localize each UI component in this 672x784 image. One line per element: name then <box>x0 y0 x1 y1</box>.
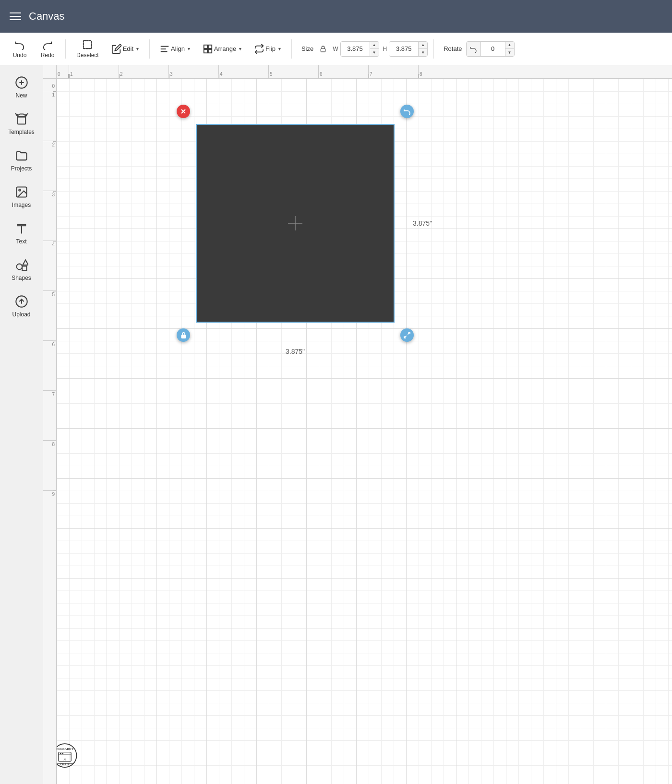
toolbar-separator-4 <box>433 39 434 59</box>
size-section: Size W ▲ ▼ H ▲ ▼ <box>301 41 428 57</box>
upload-icon <box>15 295 28 308</box>
redo-button[interactable]: Redo <box>36 36 60 61</box>
align-arrow-icon: ▼ <box>187 47 191 51</box>
edit-arrow-icon: ▼ <box>135 47 140 51</box>
svg-point-14 <box>19 189 21 191</box>
hamburger-menu-button[interactable] <box>10 12 21 20</box>
rotate-handle[interactable] <box>400 105 414 118</box>
rotate-label: Rotate <box>444 45 462 52</box>
svg-rect-7 <box>208 49 212 52</box>
width-dimension-label: 3.875" <box>286 348 305 355</box>
width-input[interactable] <box>341 42 370 56</box>
height-dimension-label: 3.875" <box>413 219 432 227</box>
sidebar-item-upload-label: Upload <box>12 311 30 318</box>
ruler-v-mark-9: 9 <box>52 492 55 497</box>
ruler-v-mark-1: 1 <box>52 92 55 97</box>
tshirt-icon <box>15 112 28 126</box>
undo-label: Undo <box>13 52 27 59</box>
ruler-corner <box>43 65 57 79</box>
ruler-top: 0 1 2 3 4 <box>57 65 672 79</box>
height-spinners: ▲ ▼ <box>418 42 427 56</box>
rotate-input[interactable] <box>481 42 505 56</box>
svg-rect-26 <box>181 335 186 338</box>
width-decrement-button[interactable]: ▼ <box>370 49 379 56</box>
resize-handle[interactable] <box>400 328 414 342</box>
width-field-group: W ▲ ▼ <box>333 41 379 57</box>
sidebar-item-shapes[interactable]: Shapes <box>2 253 41 287</box>
ruler-mark-2: 2 <box>120 72 123 77</box>
svg-text:CHAIR: CHAIR <box>60 763 70 766</box>
height-input[interactable] <box>389 42 418 56</box>
height-decrement-button[interactable]: ▼ <box>419 49 427 56</box>
svg-text:AI: AI <box>63 758 66 761</box>
resize-icon <box>403 331 411 339</box>
sidebar-item-new[interactable]: New <box>2 70 41 105</box>
align-button[interactable]: Align ▼ <box>156 41 195 57</box>
ruler-v-mark-3: 3 <box>52 192 55 197</box>
sidebar-item-images[interactable]: Images <box>2 180 41 214</box>
width-label: W <box>333 46 338 52</box>
rotate-icon <box>403 108 411 115</box>
height-input-wrap: ▲ ▼ <box>389 41 428 57</box>
delete-handle[interactable] <box>177 105 190 118</box>
edit-label: Edit <box>123 45 133 52</box>
arrange-button[interactable]: Arrange ▼ <box>199 41 246 57</box>
svg-rect-19 <box>22 266 26 270</box>
app-title: Canvas <box>29 10 65 23</box>
ruler-mark-3: 3 <box>170 72 173 77</box>
ruler-mark-4: 4 <box>220 72 223 77</box>
height-field-group: H ▲ ▼ <box>383 41 428 57</box>
sidebar-item-projects-label: Projects <box>11 165 32 172</box>
rotate-increment-button[interactable]: ▲ <box>505 42 514 49</box>
redo-label: Redo <box>41 52 55 59</box>
ruler-mark-8: 8 <box>420 72 422 77</box>
sidebar-item-images-label: Images <box>12 202 31 208</box>
lock-handle[interactable] <box>177 328 190 342</box>
sidebar: New Templates Projects Images <box>0 65 43 784</box>
toolbar-separator-3 <box>291 39 292 59</box>
width-increment-button[interactable]: ▲ <box>370 42 379 49</box>
sidebar-item-projects[interactable]: Projects <box>2 143 41 178</box>
crosshair-icon <box>286 214 305 233</box>
undo-button[interactable]: Undo <box>8 36 32 61</box>
main-body: New Templates Projects Images <box>0 65 672 784</box>
app-header: Canvas <box>0 0 672 33</box>
svg-point-34 <box>60 753 61 754</box>
svg-marker-18 <box>23 260 28 265</box>
rotate-decrement-button[interactable]: ▼ <box>505 49 514 56</box>
canvas-area[interactable]: 0 1 2 3 4 <box>43 65 672 784</box>
svg-rect-6 <box>204 49 207 52</box>
ruler-left: 0 1 2 3 4 5 <box>43 79 57 784</box>
ruler-mark-6: 6 <box>320 72 323 77</box>
ruler-v-mark-0: 0 <box>52 84 55 89</box>
flip-label: Flip <box>265 45 276 52</box>
width-spinners: ▲ ▼ <box>370 42 379 56</box>
svg-rect-0 <box>84 40 92 48</box>
lock-aspect-icon[interactable] <box>317 43 329 55</box>
sidebar-item-templates[interactable]: Templates <box>2 107 41 141</box>
width-input-wrap: ▲ ▼ <box>340 41 379 57</box>
rotate-section: Rotate ▲ ▼ <box>444 41 514 57</box>
svg-rect-8 <box>321 48 325 52</box>
svg-rect-4 <box>204 45 207 48</box>
sidebar-item-text-label: Text <box>16 238 26 245</box>
ruler-v-mark-5: 5 <box>52 292 55 297</box>
flip-arrow-icon: ▼ <box>277 47 282 51</box>
rotate-spinners: ▲ ▼ <box>505 42 514 56</box>
grid-canvas[interactable]: 3.875" 3.875" <box>57 79 672 784</box>
height-label: H <box>383 46 387 52</box>
flip-button[interactable]: Flip ▼ <box>250 41 286 57</box>
edit-button[interactable]: Edit ▼ <box>108 41 144 57</box>
selected-object[interactable]: 3.875" 3.875" <box>196 124 395 323</box>
deselect-label: Deselect <box>76 52 99 59</box>
deselect-button[interactable]: Deselect <box>72 36 104 61</box>
sidebar-item-upload[interactable]: Upload <box>2 289 41 324</box>
toolbar: Undo Redo Deselect Edit ▼ Align ▼ <box>0 33 672 65</box>
sidebar-item-text[interactable]: Text <box>2 216 41 251</box>
height-increment-button[interactable]: ▲ <box>419 42 427 49</box>
ruler-v-mark-7: 7 <box>52 392 55 397</box>
shapes-icon <box>15 258 28 272</box>
svg-point-17 <box>16 264 22 270</box>
rotate-ccw-button[interactable] <box>467 42 481 56</box>
folder-icon <box>15 149 28 162</box>
